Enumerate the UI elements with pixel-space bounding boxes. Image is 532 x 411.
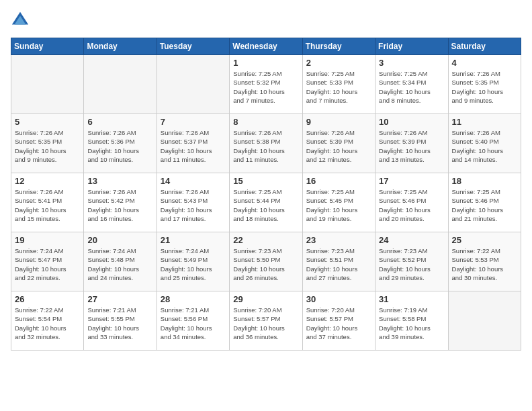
day-number: 7 (161, 117, 226, 127)
calendar-cell: 26Sunrise: 7:22 AM Sunset: 5:54 PM Dayli… (11, 291, 84, 351)
day-info: Sunrise: 7:26 AM Sunset: 5:35 PM Dayligh… (452, 69, 517, 105)
header-tuesday: Tuesday (157, 38, 229, 55)
day-info: Sunrise: 7:26 AM Sunset: 5:40 PM Dayligh… (452, 128, 517, 164)
header-saturday: Saturday (448, 38, 521, 55)
day-number: 21 (161, 235, 226, 245)
calendar-cell: 10Sunrise: 7:26 AM Sunset: 5:39 PM Dayli… (375, 114, 448, 173)
day-number: 28 (161, 294, 226, 304)
week-row-3: 12Sunrise: 7:26 AM Sunset: 5:41 PM Dayli… (11, 173, 521, 232)
calendar-cell: 21Sunrise: 7:24 AM Sunset: 5:49 PM Dayli… (157, 232, 229, 291)
day-number: 23 (306, 235, 371, 245)
day-info: Sunrise: 7:26 AM Sunset: 5:37 PM Dayligh… (161, 128, 226, 164)
day-info: Sunrise: 7:24 AM Sunset: 5:47 PM Dayligh… (15, 246, 80, 282)
page-header (11, 11, 521, 30)
day-number: 20 (87, 235, 152, 245)
calendar-cell: 17Sunrise: 7:25 AM Sunset: 5:46 PM Dayli… (375, 173, 448, 232)
calendar-cell: 16Sunrise: 7:25 AM Sunset: 5:45 PM Dayli… (302, 173, 375, 232)
calendar-cell: 5Sunrise: 7:26 AM Sunset: 5:35 PM Daylig… (11, 114, 84, 173)
day-number: 25 (452, 235, 517, 245)
day-number: 10 (379, 117, 444, 127)
calendar-cell: 3Sunrise: 7:25 AM Sunset: 5:34 PM Daylig… (375, 55, 448, 114)
day-info: Sunrise: 7:20 AM Sunset: 5:57 PM Dayligh… (233, 306, 298, 341)
day-number: 29 (233, 294, 298, 304)
calendar-cell: 9Sunrise: 7:26 AM Sunset: 5:39 PM Daylig… (302, 114, 375, 173)
calendar-cell: 14Sunrise: 7:26 AM Sunset: 5:43 PM Dayli… (157, 173, 229, 232)
day-number: 24 (379, 235, 444, 245)
day-number: 1 (233, 58, 298, 68)
day-info: Sunrise: 7:21 AM Sunset: 5:56 PM Dayligh… (161, 306, 226, 341)
calendar-cell: 11Sunrise: 7:26 AM Sunset: 5:40 PM Dayli… (448, 114, 521, 173)
header-thursday: Thursday (302, 38, 375, 55)
week-row-5: 26Sunrise: 7:22 AM Sunset: 5:54 PM Dayli… (11, 291, 521, 351)
day-number: 3 (379, 58, 444, 68)
day-info: Sunrise: 7:26 AM Sunset: 5:42 PM Dayligh… (87, 187, 152, 223)
header-friday: Friday (375, 38, 448, 55)
logo (11, 11, 32, 30)
day-info: Sunrise: 7:20 AM Sunset: 5:57 PM Dayligh… (306, 306, 371, 341)
calendar-cell (448, 291, 521, 351)
day-number: 13 (87, 176, 152, 186)
day-info: Sunrise: 7:26 AM Sunset: 5:43 PM Dayligh… (161, 187, 226, 223)
day-info: Sunrise: 7:26 AM Sunset: 5:35 PM Dayligh… (15, 128, 80, 164)
day-number: 27 (87, 294, 152, 304)
week-row-2: 5Sunrise: 7:26 AM Sunset: 5:35 PM Daylig… (11, 114, 521, 173)
day-number: 18 (452, 176, 517, 186)
day-number: 31 (379, 294, 444, 304)
calendar-cell (157, 55, 229, 114)
day-info: Sunrise: 7:26 AM Sunset: 5:36 PM Dayligh… (87, 128, 152, 164)
header-wednesday: Wednesday (230, 38, 302, 55)
calendar-cell: 19Sunrise: 7:24 AM Sunset: 5:47 PM Dayli… (11, 232, 84, 291)
calendar-cell: 7Sunrise: 7:26 AM Sunset: 5:37 PM Daylig… (157, 114, 229, 173)
calendar-cell (11, 55, 84, 114)
calendar-cell: 13Sunrise: 7:26 AM Sunset: 5:42 PM Dayli… (84, 173, 157, 232)
day-info: Sunrise: 7:22 AM Sunset: 5:54 PM Dayligh… (15, 306, 80, 341)
calendar-cell: 27Sunrise: 7:21 AM Sunset: 5:55 PM Dayli… (84, 291, 157, 351)
day-info: Sunrise: 7:19 AM Sunset: 5:58 PM Dayligh… (379, 306, 444, 341)
day-number: 9 (306, 117, 371, 127)
week-row-1: 1Sunrise: 7:25 AM Sunset: 5:32 PM Daylig… (11, 55, 521, 114)
calendar-table: SundayMondayTuesdayWednesdayThursdayFrid… (11, 38, 521, 351)
day-info: Sunrise: 7:24 AM Sunset: 5:48 PM Dayligh… (87, 246, 152, 282)
calendar-cell: 29Sunrise: 7:20 AM Sunset: 5:57 PM Dayli… (230, 291, 302, 351)
calendar-cell: 6Sunrise: 7:26 AM Sunset: 5:36 PM Daylig… (84, 114, 157, 173)
day-info: Sunrise: 7:24 AM Sunset: 5:49 PM Dayligh… (161, 246, 226, 282)
day-number: 12 (15, 176, 80, 186)
day-number: 17 (379, 176, 444, 186)
day-info: Sunrise: 7:22 AM Sunset: 5:53 PM Dayligh… (452, 246, 517, 282)
day-info: Sunrise: 7:25 AM Sunset: 5:44 PM Dayligh… (233, 187, 298, 223)
day-number: 11 (452, 117, 517, 127)
day-info: Sunrise: 7:25 AM Sunset: 5:46 PM Dayligh… (452, 187, 517, 223)
calendar-cell (84, 55, 157, 114)
day-number: 15 (233, 176, 298, 186)
calendar-cell: 23Sunrise: 7:23 AM Sunset: 5:51 PM Dayli… (302, 232, 375, 291)
day-info: Sunrise: 7:23 AM Sunset: 5:50 PM Dayligh… (233, 246, 298, 282)
week-row-4: 19Sunrise: 7:24 AM Sunset: 5:47 PM Dayli… (11, 232, 521, 291)
day-info: Sunrise: 7:25 AM Sunset: 5:45 PM Dayligh… (306, 187, 371, 223)
day-number: 16 (306, 176, 371, 186)
day-number: 2 (306, 58, 371, 68)
day-number: 19 (15, 235, 80, 245)
day-info: Sunrise: 7:25 AM Sunset: 5:32 PM Dayligh… (233, 69, 298, 105)
calendar-cell: 28Sunrise: 7:21 AM Sunset: 5:56 PM Dayli… (157, 291, 229, 351)
day-info: Sunrise: 7:26 AM Sunset: 5:38 PM Dayligh… (233, 128, 298, 164)
day-info: Sunrise: 7:25 AM Sunset: 5:46 PM Dayligh… (379, 187, 444, 223)
calendar-cell: 15Sunrise: 7:25 AM Sunset: 5:44 PM Dayli… (230, 173, 302, 232)
calendar-cell: 30Sunrise: 7:20 AM Sunset: 5:57 PM Dayli… (302, 291, 375, 351)
day-number: 14 (161, 176, 226, 186)
day-info: Sunrise: 7:23 AM Sunset: 5:51 PM Dayligh… (306, 246, 371, 282)
day-number: 26 (15, 294, 80, 304)
day-number: 30 (306, 294, 371, 304)
calendar-cell: 18Sunrise: 7:25 AM Sunset: 5:46 PM Dayli… (448, 173, 521, 232)
calendar-cell: 12Sunrise: 7:26 AM Sunset: 5:41 PM Dayli… (11, 173, 84, 232)
calendar-cell: 24Sunrise: 7:23 AM Sunset: 5:52 PM Dayli… (375, 232, 448, 291)
day-number: 4 (452, 58, 517, 68)
day-number: 6 (87, 117, 152, 127)
calendar-cell: 25Sunrise: 7:22 AM Sunset: 5:53 PM Dayli… (448, 232, 521, 291)
day-info: Sunrise: 7:26 AM Sunset: 5:39 PM Dayligh… (306, 128, 371, 164)
day-info: Sunrise: 7:25 AM Sunset: 5:33 PM Dayligh… (306, 69, 371, 105)
header-monday: Monday (84, 38, 157, 55)
calendar-cell: 1Sunrise: 7:25 AM Sunset: 5:32 PM Daylig… (230, 55, 302, 114)
day-number: 22 (233, 235, 298, 245)
calendar-cell: 4Sunrise: 7:26 AM Sunset: 5:35 PM Daylig… (448, 55, 521, 114)
day-info: Sunrise: 7:25 AM Sunset: 5:34 PM Dayligh… (379, 69, 444, 105)
